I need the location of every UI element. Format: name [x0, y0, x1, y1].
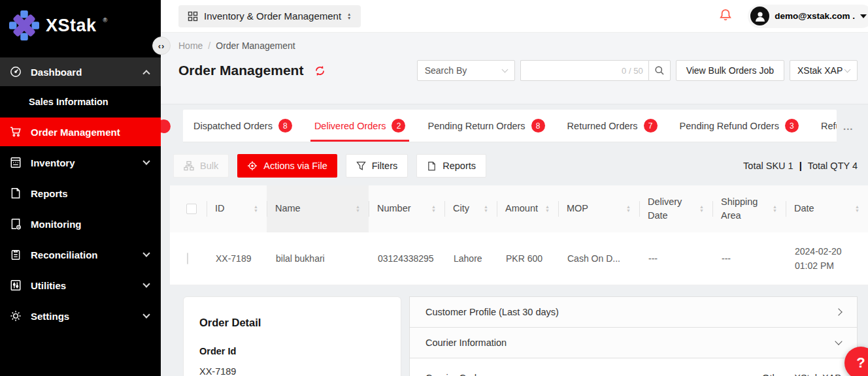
sort-icon[interactable]: ▲▼ [545, 205, 550, 213]
sidebar-item-monitoring[interactable]: Monitoring [0, 210, 161, 238]
orders-table: ID ▲▼ Name ▲▼ Number ▲▼ City ▲▼ Amount [170, 185, 868, 285]
panel-courier-information[interactable]: Courier Information [410, 328, 857, 358]
column-header-delivery-date[interactable]: Delivery Date ▲▼ [639, 185, 712, 232]
filters-button[interactable]: Filters [346, 154, 408, 178]
page-header: Home / Order Management Order Management… [161, 33, 868, 104]
cell-amount: PKR 600 [497, 251, 558, 266]
order-detail-card: Order Detail Order Id XX-7189 [183, 296, 401, 376]
tab-refunded-orders[interactable]: Refunded Orders 4 [817, 110, 837, 142]
tab-count-badge: 8 [531, 119, 545, 133]
sidebar-item-reconciliation[interactable]: Reconciliation [0, 240, 161, 269]
sort-icon[interactable]: ▲▼ [855, 205, 860, 213]
table-row[interactable]: XX-7189 bilal bukhari 03124338295 Lahore… [170, 232, 868, 285]
total-qty: Total QTY 4 [808, 161, 858, 171]
detail-area: Order Detail Order Id XX-7189 Customer P… [183, 296, 858, 376]
app-switcher-button[interactable]: Inventory & Order Management ▲▼ [178, 5, 361, 27]
table-header: ID ▲▼ Name ▲▼ Number ▲▼ City ▲▼ Amount [170, 185, 868, 232]
sort-icon[interactable]: ▲▼ [431, 205, 436, 213]
xstak-logo[interactable]: XStak ® [0, 0, 161, 40]
grid-icon [188, 11, 198, 22]
reports-button[interactable]: Reports [416, 154, 486, 178]
select-all-checkbox[interactable] [186, 204, 197, 214]
order-info-accordion: Customer Profile (Last 30 days) Courier … [409, 296, 858, 376]
sidebar-item-dashboard[interactable]: Dashboard [0, 57, 161, 86]
monitoring-doc-icon [9, 218, 22, 230]
sidebar: XStak ® Dashboard Sales Information Orde… [0, 0, 161, 376]
sort-icon[interactable]: ▲▼ [626, 205, 631, 213]
chevron-down-icon [142, 157, 150, 164]
reports-doc-icon [9, 187, 22, 199]
app-switcher-label: Inventory & Order Management [204, 10, 341, 22]
row-checkbox[interactable] [187, 253, 188, 264]
sidebar-collapse-toggle[interactable]: ‹› [152, 37, 171, 55]
tab-count-badge: 3 [785, 119, 799, 133]
courier-code-value: Other - XStak XAP [762, 373, 841, 376]
column-header-shipping-area[interactable]: Shipping Area ▲▼ [712, 185, 786, 232]
chevron-down-icon [142, 249, 150, 257]
tab-returned-orders[interactable]: Returned Orders 7 [563, 110, 661, 142]
sidebar-item-sales-information[interactable]: Sales Information [0, 88, 161, 116]
sidebar-item-order-management[interactable]: Order Management [0, 118, 161, 146]
cell-delivery-date: --- [639, 251, 712, 266]
sort-icon[interactable]: ▲▼ [484, 205, 488, 213]
totals-summary: Total SKU 1|Total QTY 4 [743, 161, 858, 171]
chevron-right-icon [835, 308, 842, 315]
cell-city: Lahore [444, 251, 497, 266]
total-sku: Total SKU 1 [743, 161, 793, 171]
tab-pending-refund-orders[interactable]: Pending Refund Orders 3 [676, 110, 803, 142]
cell-mop: Cash On D... [558, 251, 639, 266]
breadcrumb: Home / Order Management [178, 40, 858, 51]
courier-code-label: Courier Code [426, 373, 482, 376]
sort-icon[interactable]: ▲▼ [699, 205, 704, 213]
tab-pending-return-orders[interactable]: Pending Return Orders 8 [424, 110, 548, 142]
panel-customer-profile[interactable]: Customer Profile (Last 30 days) [410, 297, 857, 328]
sidebar-item-inventory[interactable]: Inventory [0, 148, 161, 177]
sidebar-item-utilities[interactable]: Utilities [0, 271, 161, 300]
logo-text: XStak [46, 10, 97, 40]
search-button[interactable] [648, 60, 671, 81]
refresh-icon[interactable] [314, 65, 326, 77]
notification-bell-icon[interactable] [719, 8, 732, 24]
search-by-select[interactable]: Search By [417, 60, 515, 81]
topbar: Inventory & Order Management ▲▼ demo@xst… [161, 0, 868, 33]
column-header-id[interactable]: ID ▲▼ [207, 185, 267, 232]
bulk-button[interactable]: Bulk [173, 154, 229, 178]
sort-icon[interactable]: ▲▼ [254, 205, 258, 213]
caret-down-icon [860, 14, 867, 18]
chevron-down-icon [142, 280, 150, 287]
chevron-down-icon [142, 311, 150, 318]
breadcrumb-home[interactable]: Home [178, 40, 203, 51]
column-header-mop[interactable]: MOP ▲▼ [558, 185, 639, 232]
tab-delivered-orders[interactable]: Delivered Orders 2 [310, 110, 410, 142]
search-input[interactable] [526, 65, 622, 76]
chevron-down-icon [835, 337, 842, 345]
courier-information-content: Courier Code Other - XStak XAP [410, 358, 857, 376]
breadcrumb-current: Order Management [216, 40, 295, 51]
cart-icon [9, 126, 22, 138]
column-header-city[interactable]: City ▲▼ [444, 185, 497, 232]
column-header-number[interactable]: Number ▲▼ [369, 185, 444, 232]
search-icon [654, 65, 665, 76]
user-menu[interactable]: demo@xstak.com . [748, 5, 868, 28]
more-tabs-button[interactable]: ... [843, 121, 854, 132]
sort-icon[interactable]: ▲▼ [773, 205, 777, 213]
gear-icon [9, 310, 22, 322]
report-doc-icon [427, 161, 437, 171]
tab-count-badge: 7 [644, 119, 658, 133]
cell-order-id[interactable]: XX-7189 [207, 251, 267, 266]
channel-select[interactable]: XStak XAP [790, 60, 858, 81]
tab-dispatched-orders[interactable]: Dispatched Orders 8 [190, 110, 296, 142]
view-bulk-orders-job-button[interactable]: View Bulk Orders Job [676, 60, 784, 81]
column-header-name[interactable]: Name ▲▼ [267, 185, 369, 232]
breadcrumb-separator: / [208, 40, 210, 51]
column-header-amount[interactable]: Amount ▲▼ [497, 185, 558, 232]
actions-via-file-button[interactable]: Actions via File [237, 154, 337, 178]
order-status-tabs: Dispatched Orders 8 Delivered Orders 2 P… [183, 110, 837, 142]
sidebar-nav: Dashboard Sales Information Order Manage… [0, 57, 161, 330]
sidebar-item-settings[interactable]: Settings [0, 302, 161, 330]
sidebar-item-reports[interactable]: Reports [0, 179, 161, 208]
column-header-date[interactable]: Date ▲▼ [786, 185, 868, 232]
order-id-label: Order Id [199, 346, 385, 356]
sort-icon[interactable]: ▲▼ [356, 205, 360, 213]
swap-vertical-icon: ▲▼ [347, 12, 351, 20]
